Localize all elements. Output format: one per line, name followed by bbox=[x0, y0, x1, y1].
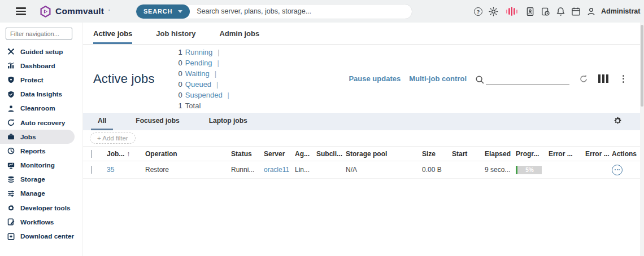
table-settings-gear-icon[interactable] bbox=[613, 116, 622, 127]
add-filter-button[interactable]: + Add filter bbox=[90, 133, 136, 144]
storage-pool-cell: N/A bbox=[346, 166, 422, 174]
header-size[interactable]: Size bbox=[422, 150, 452, 158]
job-summary: 1Running| 0Pending| 0Waiting| 0Queued| 0… bbox=[179, 47, 229, 111]
sidebar-item-auto-recovery[interactable]: Auto recovery bbox=[0, 116, 82, 130]
tab-admin-jobs[interactable]: Admin jobs bbox=[219, 23, 259, 44]
bell-icon[interactable] bbox=[555, 6, 565, 16]
activity-waveform-icon[interactable] bbox=[506, 7, 518, 16]
sidebar-item-storage[interactable]: Storage bbox=[0, 173, 82, 187]
sidebar-item-cleanroom[interactable]: Cleanroom bbox=[0, 101, 82, 116]
pending-link[interactable]: Pending bbox=[185, 59, 212, 67]
columns-icon[interactable] bbox=[598, 73, 609, 85]
suspended-link[interactable]: Suspended bbox=[185, 91, 223, 99]
header-error-1[interactable]: Error ... bbox=[549, 150, 585, 158]
global-search-input[interactable] bbox=[190, 5, 412, 19]
current-user-label[interactable]: Administrat bbox=[601, 7, 643, 15]
subtab-laptop-jobs[interactable]: Laptop jobs bbox=[202, 113, 254, 130]
table-row[interactable]: 35 Restore Runni... oracle11 Lin... N/A … bbox=[83, 161, 640, 179]
header-error-2[interactable]: Error ... bbox=[585, 150, 612, 158]
scrollbar-thumb[interactable] bbox=[641, 25, 643, 107]
sidebar-item-download-center[interactable]: Download center bbox=[0, 229, 82, 243]
sidebar-item-label: Workflows bbox=[20, 218, 54, 226]
document-user-icon[interactable] bbox=[525, 6, 535, 16]
subtab-focused-jobs[interactable]: Focused jobs bbox=[129, 113, 186, 130]
grid-search-input[interactable] bbox=[486, 73, 569, 85]
header-status[interactable]: Status bbox=[231, 150, 264, 158]
header-operation[interactable]: Operation bbox=[145, 150, 231, 158]
subtab-all[interactable]: All bbox=[91, 113, 113, 130]
help-icon[interactable]: ? bbox=[473, 6, 484, 16]
tab-job-history[interactable]: Job history bbox=[156, 23, 195, 44]
theme-brightness-icon[interactable] bbox=[489, 6, 499, 16]
filter-bar: + Add filter bbox=[83, 130, 640, 146]
sidebar-item-reports[interactable]: Reports bbox=[0, 144, 82, 158]
topbar-actions: ? Administrat bbox=[473, 6, 644, 16]
sidebar-item-workflows[interactable]: Workflows bbox=[0, 215, 82, 229]
clipboard-clock-icon[interactable] bbox=[540, 6, 550, 16]
server-link[interactable]: oracle11 bbox=[264, 166, 289, 174]
calendar-icon[interactable] bbox=[571, 6, 581, 16]
row-actions-icon[interactable] bbox=[612, 165, 623, 175]
sidebar-item-dashboard[interactable]: Dashboard bbox=[0, 59, 82, 73]
sidebar-item-monitoring[interactable]: Monitoring bbox=[0, 158, 82, 173]
person-icon bbox=[7, 105, 15, 112]
brand-name: Commvault bbox=[55, 6, 104, 16]
header-server[interactable]: Server bbox=[264, 150, 295, 158]
search-scope-button[interactable]: SEARCH bbox=[136, 5, 190, 19]
shield-check-icon bbox=[7, 91, 15, 98]
table-header-row: Job...↑ Operation Status Server Ag... Su… bbox=[83, 146, 640, 161]
sort-ascending-icon: ↑ bbox=[127, 150, 130, 158]
select-all-checkbox[interactable] bbox=[91, 150, 92, 158]
progress-label: 5% bbox=[517, 166, 542, 174]
shield-icon bbox=[7, 76, 15, 83]
header-elapsed[interactable]: Elapsed bbox=[485, 150, 516, 158]
monitor-icon bbox=[7, 162, 15, 169]
header-start[interactable]: Start bbox=[452, 150, 485, 158]
total-label: Total bbox=[185, 101, 201, 110]
search-scope-label: SEARCH bbox=[143, 8, 172, 15]
commvault-logo-icon bbox=[40, 6, 51, 17]
header-progress[interactable]: Progr... bbox=[516, 150, 549, 158]
progress-cell: 5% bbox=[516, 166, 549, 174]
hamburger-menu-icon[interactable] bbox=[16, 6, 26, 17]
sidebar-item-label: Cleanroom bbox=[20, 104, 55, 112]
sidebar-item-developer-tools[interactable]: Developer tools bbox=[0, 201, 82, 215]
page-header: Active jobs 1Running| 0Pending| 0Waiting… bbox=[83, 45, 640, 113]
grid-search bbox=[475, 73, 569, 85]
download-box-icon bbox=[7, 233, 15, 240]
row-checkbox[interactable] bbox=[91, 166, 92, 174]
header-agent[interactable]: Ag... bbox=[295, 150, 316, 158]
sidebar-item-label: Manage bbox=[20, 189, 45, 197]
header-subclient[interactable]: Subcli... bbox=[316, 150, 346, 158]
header-actions: Actions bbox=[612, 150, 640, 158]
summary-total: 1Total bbox=[179, 100, 229, 111]
sidebar-item-manage[interactable]: Manage bbox=[0, 187, 82, 201]
global-search: SEARCH bbox=[136, 4, 412, 19]
vertical-scrollbar[interactable] bbox=[640, 23, 644, 256]
sidebar-items: Guided setup Dashboard Protect Data Insi… bbox=[0, 45, 82, 244]
status-cell: Runni... bbox=[231, 166, 264, 174]
pause-updates-link[interactable]: Pause updates bbox=[349, 74, 401, 83]
header-job-id[interactable]: Job...↑ bbox=[107, 150, 145, 158]
sidebar-item-label: Monitoring bbox=[20, 161, 55, 169]
tab-active-jobs[interactable]: Active jobs bbox=[93, 23, 132, 44]
sidebar-item-label: Dashboard bbox=[20, 62, 55, 70]
user-icon[interactable] bbox=[586, 6, 596, 16]
sidebar-item-label: Reports bbox=[20, 147, 46, 155]
sidebar-item-jobs[interactable]: Jobs bbox=[0, 130, 75, 144]
waiting-link[interactable]: Waiting bbox=[185, 69, 210, 78]
refresh-icon[interactable] bbox=[578, 73, 589, 85]
sidebar-item-protect[interactable]: Protect bbox=[0, 73, 82, 87]
sidebar-item-guided-setup[interactable]: Guided setup bbox=[0, 45, 82, 59]
queued-link[interactable]: Queued bbox=[185, 80, 211, 89]
header-storage-pool[interactable]: Storage pool bbox=[346, 150, 422, 158]
more-options-icon[interactable] bbox=[617, 73, 629, 85]
running-link[interactable]: Running bbox=[185, 48, 212, 56]
chevron-down-icon bbox=[178, 10, 182, 13]
sidebar-item-data-insights[interactable]: Data Insights bbox=[0, 87, 82, 101]
search-icon[interactable] bbox=[475, 75, 485, 85]
multi-job-control-link[interactable]: Multi-job control bbox=[409, 74, 467, 83]
filter-navigation-input[interactable] bbox=[6, 28, 72, 39]
sidebar-item-label: Guided setup bbox=[20, 48, 63, 56]
job-id-link[interactable]: 35 bbox=[107, 166, 114, 174]
